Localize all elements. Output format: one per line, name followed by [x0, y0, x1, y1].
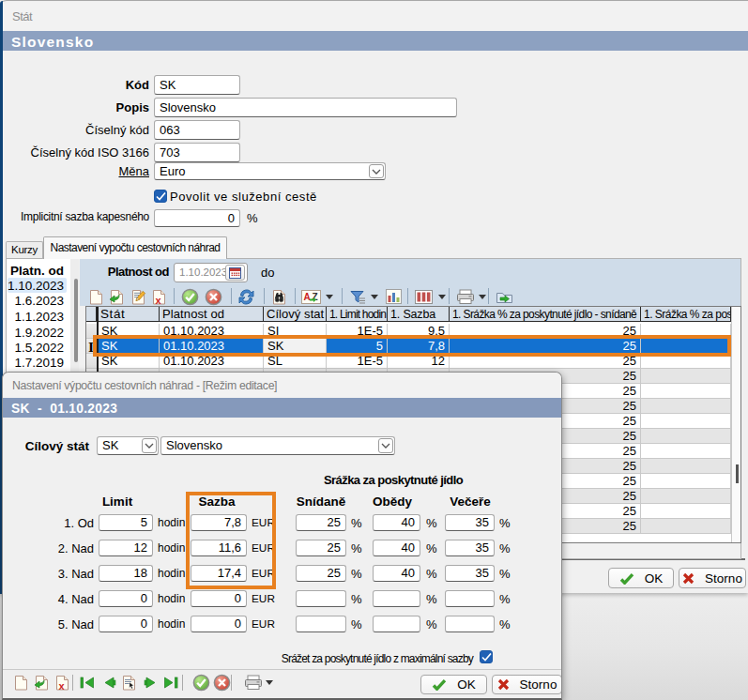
svg-text:x: x — [59, 680, 66, 692]
svg-text:A: A — [304, 292, 311, 302]
svg-text:x: x — [156, 295, 162, 306]
